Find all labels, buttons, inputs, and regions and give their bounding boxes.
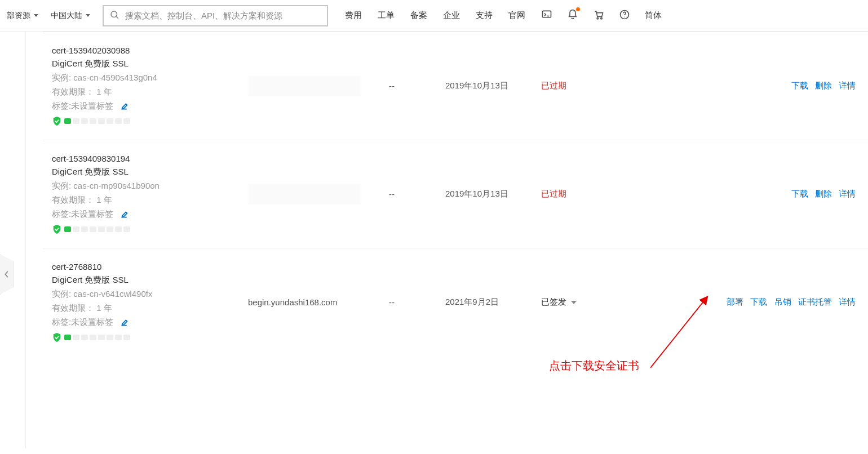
notification-dot [576, 7, 580, 11]
download-link[interactable]: 下载 [791, 189, 808, 198]
nav-site[interactable]: 官网 [508, 10, 525, 21]
rating-slot [90, 118, 96, 124]
cert-tags: 标签:未设置标签 [52, 209, 232, 220]
delete-link[interactable]: 删除 [815, 81, 832, 90]
region-dropdown[interactable]: 中国大陆 [51, 11, 90, 21]
rating-slot [98, 226, 105, 232]
detail-link[interactable]: 详情 [839, 189, 856, 198]
nav-cost[interactable]: 费用 [345, 10, 362, 21]
language-switch[interactable]: 简体 [645, 10, 662, 21]
shield-check-icon [52, 224, 62, 234]
placeholder-dash: -- [389, 81, 395, 91]
cert-table: cert-1539402030988 DigiCert 免费版 SSL 实例: … [43, 32, 868, 356]
rating-slot [107, 226, 113, 232]
nav-beian[interactable]: 备案 [410, 10, 427, 21]
rating-slot [107, 335, 113, 340]
nav-ticket[interactable]: 工单 [378, 10, 395, 21]
cert-domain: begin.yundashi168.com [248, 297, 337, 307]
cert-validity: 有效期限： 1 年 [52, 195, 232, 206]
cert-subtitle: DigiCert 免费版 SSL [52, 167, 232, 177]
help-icon[interactable] [619, 9, 630, 22]
cert-security-rating [52, 116, 232, 126]
left-gutter [0, 32, 26, 448]
top-icons [541, 9, 630, 22]
rating-slot [81, 335, 88, 340]
rating-slot [90, 335, 96, 340]
edit-tags-icon[interactable] [121, 209, 129, 219]
cert-name: cert-2768810 [52, 262, 232, 271]
cert-instance: 实例: cas-cn-mp90s41b90on [52, 181, 232, 192]
rating-slot [123, 226, 130, 232]
chevron-down-icon [34, 14, 38, 17]
table-row: cert-2768810 DigiCert 免费版 SSL 实例: cas-cn… [43, 248, 868, 357]
rating-slot [73, 118, 79, 124]
download-link[interactable]: 下载 [791, 81, 808, 90]
top-nav: 费用 工单 备案 企业 支持 官网 [345, 10, 525, 21]
edit-tags-icon[interactable] [121, 101, 129, 110]
shield-check-icon [52, 116, 62, 126]
download-link[interactable]: 下载 [750, 297, 767, 306]
cert-security-rating [52, 224, 232, 234]
cert-name: cert-1539402030988 [52, 46, 232, 55]
resources-dropdown[interactable]: 部资源 [7, 11, 38, 21]
chevron-down-icon [571, 301, 577, 304]
collapse-sidebar-handle[interactable] [0, 254, 14, 295]
rating-slot [115, 335, 122, 340]
nav-enterprise[interactable]: 企业 [443, 10, 460, 21]
search-input[interactable] [125, 11, 327, 20]
cert-tags: 标签:未设置标签 [52, 101, 232, 112]
search-icon [109, 10, 119, 21]
table-row: cert-1539409830194 DigiCert 免费版 SSL 实例: … [43, 140, 868, 248]
status-expired: 已过期 [541, 189, 566, 198]
managed-link[interactable]: 证书托管 [798, 297, 832, 306]
bell-icon[interactable] [567, 9, 578, 22]
rating-slot [115, 226, 122, 232]
domain-hidden [248, 184, 361, 204]
detail-link[interactable]: 详情 [839, 297, 856, 306]
rating-slot [81, 226, 88, 232]
rating-slot [123, 335, 130, 340]
nav-support[interactable]: 支持 [476, 10, 493, 21]
svg-point-7 [624, 17, 625, 17]
cert-table-area: cert-1539402030988 DigiCert 免费版 SSL 实例: … [26, 32, 868, 448]
table-row: cert-1539402030988 DigiCert 免费版 SSL 实例: … [43, 32, 868, 140]
edit-tags-icon[interactable] [121, 317, 129, 327]
region-label: 中国大陆 [51, 11, 82, 21]
cert-validity: 有效期限： 1 年 [52, 303, 232, 314]
status-issued-dropdown[interactable]: 已签发 [541, 297, 577, 308]
rating-slot [90, 226, 96, 232]
chevron-down-icon [86, 14, 90, 17]
terminal-icon[interactable] [541, 9, 552, 22]
placeholder-dash: -- [389, 189, 395, 199]
svg-point-4 [597, 17, 599, 19]
cert-security-rating [52, 332, 232, 342]
search-box[interactable] [103, 5, 328, 26]
svg-line-1 [116, 16, 118, 18]
rating-slot [73, 335, 79, 340]
annotation-layer: 点击下载安全证书 [43, 356, 868, 390]
rating-slot [81, 118, 88, 124]
rating-slot [64, 335, 71, 340]
cart-icon[interactable] [593, 9, 604, 22]
rating-slot [73, 226, 79, 232]
cert-tags: 标签:未设置标签 [52, 317, 232, 328]
rating-slot [123, 118, 130, 124]
cert-expiry-date: 2021年9月2日 [445, 297, 499, 306]
deploy-link[interactable]: 部署 [727, 297, 743, 306]
domain-hidden [248, 76, 361, 96]
cert-expiry-date: 2019年10月13日 [445, 81, 508, 90]
rating-slot [98, 335, 105, 340]
detail-link[interactable]: 详情 [839, 81, 856, 90]
delete-link[interactable]: 删除 [815, 189, 832, 198]
rating-slot [115, 118, 122, 124]
cert-name: cert-1539409830194 [52, 154, 232, 163]
svg-point-5 [601, 17, 603, 19]
cert-subtitle: DigiCert 免费版 SSL [52, 275, 232, 286]
revoke-link[interactable]: 吊销 [774, 297, 791, 306]
rating-slot [64, 118, 71, 124]
cert-instance: 实例: cas-cn-4590s413g0n4 [52, 73, 232, 83]
shield-check-icon [52, 332, 62, 342]
rating-slot [64, 226, 71, 232]
page-body: cert-1539402030988 DigiCert 免费版 SSL 实例: … [0, 32, 868, 448]
cert-subtitle: DigiCert 免费版 SSL [52, 59, 232, 69]
